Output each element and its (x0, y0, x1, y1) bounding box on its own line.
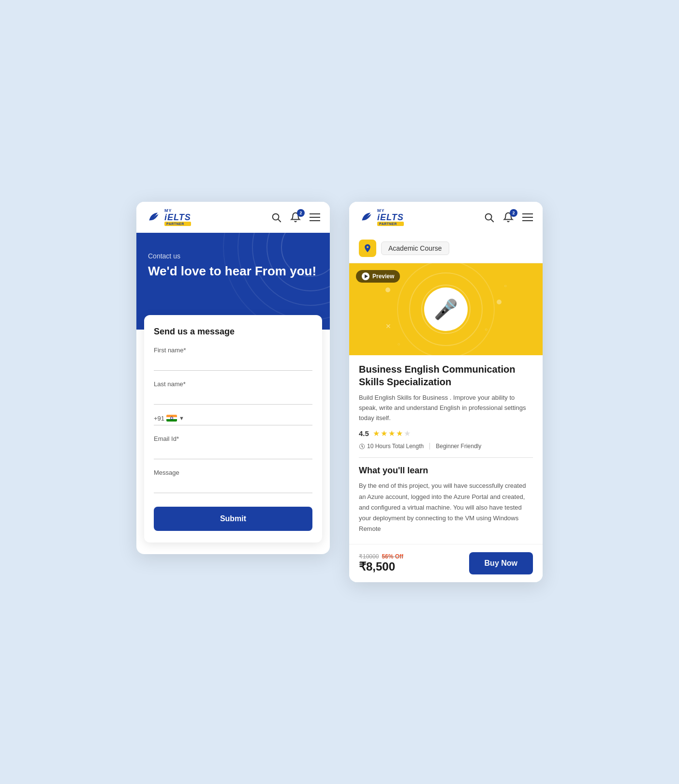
submit-button[interactable]: Submit (154, 507, 312, 531)
phone-field[interactable]: +91 ▼ (154, 414, 312, 425)
preview-button[interactable]: Preview (356, 270, 400, 283)
logo-ielts-text: iELTS (164, 213, 191, 222)
notification-badge-right: 2 (510, 209, 517, 217)
phone-code-text: +91 (154, 415, 164, 422)
section-divider (359, 457, 533, 458)
preview-label: Preview (372, 273, 394, 280)
wing-icon-right (359, 210, 374, 225)
email-label: Email Id* (154, 435, 312, 442)
star-5: ★ (404, 429, 411, 438)
svg-text:○: ○ (398, 342, 400, 347)
logo-text-area: MY iELTS PARTNER (164, 209, 191, 226)
email-input[interactable] (154, 445, 312, 459)
rating-row: 4.5 ★ ★ ★ ★ ★ (359, 429, 533, 438)
svg-line-1 (278, 219, 280, 222)
star-3: ★ (388, 429, 395, 438)
nav-icons-right: 2 (484, 212, 533, 223)
nav-icons-left: 2 (271, 212, 320, 223)
last-name-field: Last name* (154, 380, 312, 405)
discount-badge: 56% Off (382, 553, 403, 560)
logo-text-area-right: MY iELTS PARTNER (377, 209, 404, 226)
level-text: Beginner Friendly (436, 443, 481, 450)
form-card: Send us a message First name* Last name*… (144, 315, 322, 543)
meta-divider (429, 443, 430, 450)
svg-text:✕: ✕ (385, 322, 391, 330)
last-name-label: Last name* (154, 380, 312, 388)
mic-icon: 🎤 (434, 298, 458, 321)
buy-now-button[interactable]: Buy Now (469, 552, 533, 574)
india-flag-icon (166, 415, 177, 422)
first-name-label: First name* (154, 347, 312, 354)
screens-container: MY iELTS PARTNER 2 (19, 202, 660, 582)
menu-button-right[interactable] (522, 213, 533, 222)
logo-ielts-text-right: iELTS (377, 213, 404, 222)
notification-button-right[interactable]: 2 (503, 212, 514, 223)
last-name-input[interactable] (154, 391, 312, 405)
course-screen: MY iELTS PARTNER 2 (349, 202, 543, 582)
learn-section-title: What you'll learn (359, 466, 533, 476)
clock-icon (359, 443, 365, 450)
contact-label: Contact us (148, 252, 318, 260)
svg-line-11 (491, 219, 493, 222)
play-triangle (365, 274, 368, 278)
logo-partner-text-right: PARTNER (377, 222, 404, 226)
wing-icon (146, 210, 162, 225)
message-input[interactable] (154, 479, 312, 493)
course-title: Business English Communication Skills Sp… (359, 363, 533, 388)
star-1: ★ (373, 429, 380, 438)
rating-value: 4.5 (359, 429, 369, 437)
logo-partner-text: PARTNER (164, 222, 191, 226)
message-label: Message (154, 469, 312, 476)
notification-badge-left: 2 (297, 209, 305, 217)
course-meta: 10 Hours Total Length Beginner Friendly (359, 443, 533, 450)
current-price: ₹8,500 (359, 560, 403, 573)
menu-button-left[interactable] (310, 213, 320, 222)
course-tag-row: Academic Course (349, 233, 543, 263)
logo-left: MY iELTS PARTNER (146, 209, 191, 226)
search-button-right[interactable] (484, 212, 494, 223)
duration-meta: 10 Hours Total Length (359, 443, 424, 450)
phone-input[interactable] (188, 414, 312, 422)
first-name-field: First name* (154, 347, 312, 371)
phone-code: +91 ▼ (154, 415, 184, 422)
svg-point-6 (267, 233, 330, 291)
mic-circle: 🎤 (424, 287, 468, 331)
message-field: Message (154, 469, 312, 493)
email-field: Email Id* (154, 435, 312, 459)
logo-right: MY iELTS PARTNER (359, 209, 404, 226)
svg-point-19 (497, 300, 502, 304)
phone-chevron-icon[interactable]: ▼ (179, 415, 184, 421)
course-thumbnail: ✕ ○ ○ ○ 🎤 Preview (349, 263, 543, 355)
contact-screen: MY iELTS PARTNER 2 (136, 202, 330, 554)
svg-point-18 (385, 287, 390, 292)
nav-bar-right: MY iELTS PARTNER 2 (349, 202, 543, 233)
duration-text: 10 Hours Total Length (367, 443, 424, 450)
price-area: ₹10000 56% Off ₹8,500 (359, 553, 403, 573)
svg-text:○: ○ (504, 283, 507, 288)
star-2: ★ (381, 429, 387, 438)
course-tag-icon (359, 240, 376, 257)
course-info: Business English Communication Skills Sp… (349, 355, 543, 544)
search-button-left[interactable] (271, 212, 281, 223)
nav-bar-left: MY iELTS PARTNER 2 (136, 202, 330, 233)
play-icon (362, 272, 369, 280)
first-name-input[interactable] (154, 357, 312, 371)
hero-headline: We'd love to hear From you! (148, 264, 318, 279)
price-bar: ₹10000 56% Off ₹8,500 Buy Now (349, 544, 543, 582)
original-price-row: ₹10000 56% Off (359, 553, 403, 560)
original-price-text: ₹10000 (359, 553, 379, 560)
course-description: Build English Skills for Business . Impr… (359, 393, 533, 423)
stars-container: ★ ★ ★ ★ ★ (373, 429, 411, 438)
svg-text:○: ○ (485, 327, 487, 332)
course-tag-label: Academic Course (381, 241, 449, 255)
notification-button-left[interactable]: 2 (290, 212, 301, 223)
learn-section-text: By the end of this project, you will hav… (359, 481, 533, 534)
star-4: ★ (396, 429, 403, 438)
form-title: Send us a message (154, 327, 312, 337)
